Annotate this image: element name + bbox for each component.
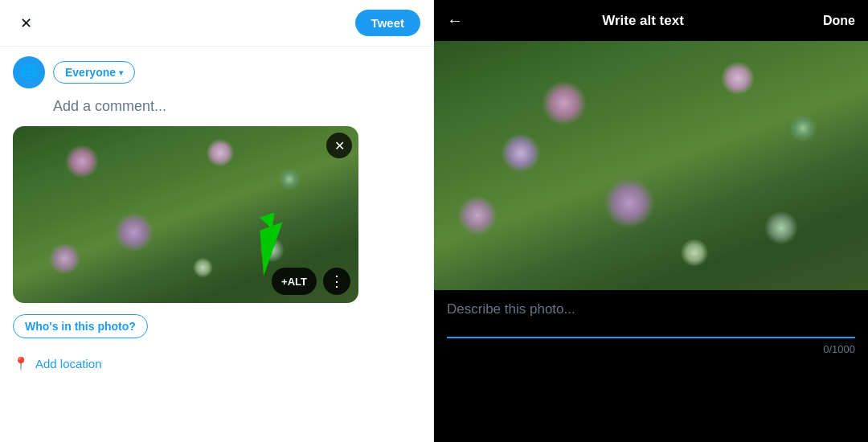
image-display (434, 41, 868, 290)
user-row: 🌐 Everyone ▾ (13, 56, 420, 88)
add-location-row[interactable]: 📍 Add location (13, 356, 420, 371)
comment-input-placeholder[interactable]: Add a comment... (13, 98, 420, 115)
location-icon: 📍 (13, 356, 29, 371)
chevron-down-icon: ▾ (119, 68, 123, 77)
input-underline (447, 337, 855, 338)
compose-panel: ✕ Tweet 🌐 Everyone ▾ Add a comment... ✕ … (0, 0, 434, 442)
back-button[interactable]: ← (447, 11, 463, 30)
alt-text-panel: ← Write alt text Done 0/1000 (434, 0, 868, 442)
whos-in-photo-button[interactable]: Who's in this photo? (13, 314, 148, 338)
alt-text-image-preview (434, 41, 868, 290)
compose-header: ✕ Tweet (0, 0, 433, 47)
alt-text-header: ← Write alt text Done (434, 0, 868, 41)
compose-body: 🌐 Everyone ▾ Add a comment... ✕ +ALT ⋮ (0, 47, 433, 442)
audience-label: Everyone (65, 66, 116, 79)
avatar: 🌐 (13, 56, 45, 88)
arrow-pointer (246, 213, 310, 280)
more-options-button[interactable]: ⋮ (323, 268, 350, 295)
panel-title: Write alt text (602, 13, 684, 29)
close-button[interactable]: ✕ (13, 10, 39, 36)
add-location-label: Add location (35, 357, 102, 370)
done-button[interactable]: Done (823, 14, 855, 28)
remove-image-button[interactable]: ✕ (326, 133, 352, 158)
audience-button[interactable]: Everyone ▾ (53, 61, 135, 84)
alt-text-input-area: 0/1000 (434, 290, 868, 442)
image-container: ✕ +ALT ⋮ (13, 126, 358, 303)
tweet-button[interactable]: Tweet (355, 10, 420, 36)
alt-text-textarea[interactable] (447, 301, 855, 334)
svg-marker-1 (246, 213, 297, 276)
char-count: 0/1000 (447, 343, 855, 355)
